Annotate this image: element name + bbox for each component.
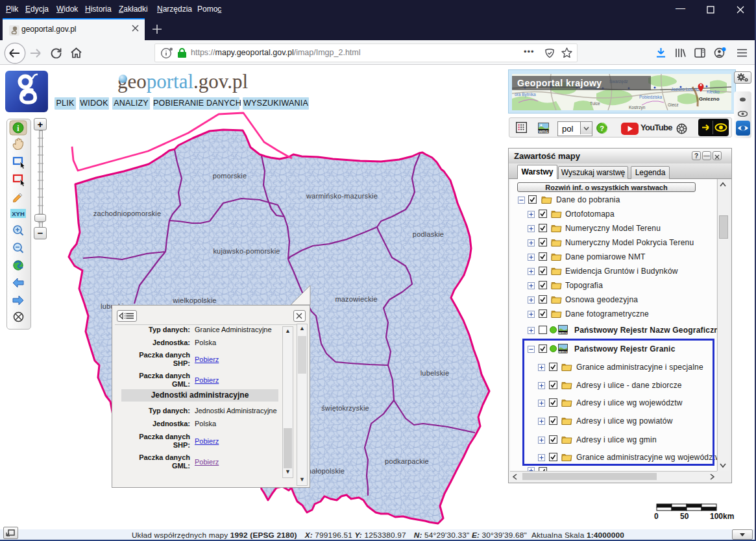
svg-text:podkarpackie: podkarpackie — [385, 457, 429, 465]
svg-text:podlaskie: podlaskie — [413, 230, 444, 238]
svg-text:XYH: XYH — [12, 210, 25, 217]
svg-text:Gniezno: Gniezno — [699, 96, 720, 102]
svg-text:Kostrzyn: Kostrzyn — [629, 105, 646, 110]
svg-text:Pobiedziska: Pobiedziska — [639, 95, 662, 99]
svg-text:Geoportal krajowy: Geoportal krajowy — [517, 78, 602, 88]
svg-text:ora Bytnika: ora Bytnika — [515, 92, 536, 97]
svg-text:kujawsko-pomorskie: kujawsko-pomorskie — [213, 247, 280, 255]
svg-text:0: 0 — [654, 512, 659, 521]
svg-text:wielkopolskie: wielkopolskie — [172, 296, 216, 304]
svg-text:lubelskie: lubelskie — [421, 369, 450, 377]
svg-text:pomorskie: pomorskie — [213, 172, 247, 180]
svg-text:małopolskie: małopolskie — [306, 467, 345, 475]
svg-text:Giecz: Giecz — [668, 102, 679, 107]
svg-text:zachodniopomorskie: zachodniopomorskie — [93, 210, 162, 217]
svg-text:warmińsko-mazurskie: warmińsko-mazurskie — [306, 192, 378, 200]
svg-text:100km: 100km — [710, 512, 734, 521]
svg-text:świętokrzyskie: świętokrzyskie — [321, 404, 369, 412]
svg-text:Kłecko: Kłecko — [707, 90, 720, 94]
svg-text:?: ? — [600, 125, 604, 132]
svg-text:50: 50 — [680, 512, 689, 521]
svg-text:wms: wms — [538, 129, 548, 134]
svg-text:mazowieckie: mazowieckie — [335, 295, 377, 303]
svg-text:Jezioro Lednica: Jezioro Lednica — [671, 87, 701, 91]
svg-text:Tulce: Tulce — [590, 101, 600, 106]
